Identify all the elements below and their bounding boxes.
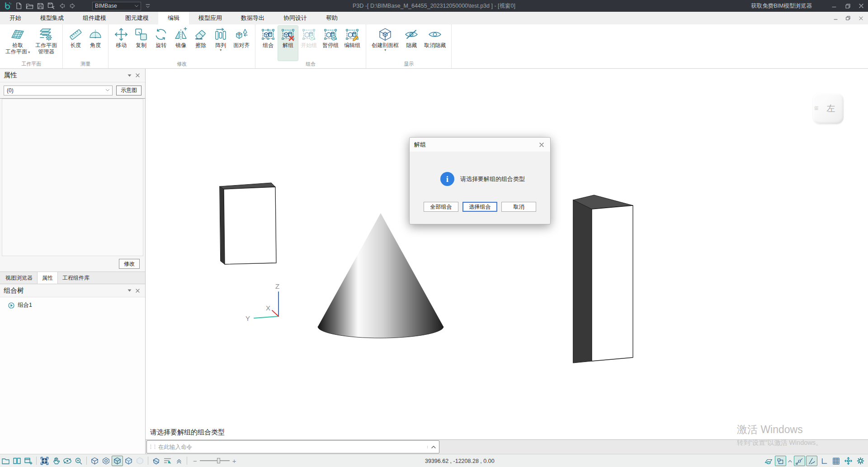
solid-mode-icon[interactable] xyxy=(134,456,146,466)
workplane-snap-icon[interactable] xyxy=(763,456,774,466)
menu-item-edit[interactable]: 编辑 xyxy=(158,12,189,24)
visual-styles-icon[interactable] xyxy=(162,456,173,466)
shape-thin-panel[interactable] xyxy=(220,183,276,264)
undo-icon[interactable] xyxy=(58,2,66,10)
status-message-row: 请选择要解组的组合类型 xyxy=(146,425,868,440)
panel-close-icon[interactable] xyxy=(133,71,142,80)
expand-node-icon[interactable] xyxy=(8,302,14,309)
menu-item-data-export[interactable]: 数据导出 xyxy=(231,12,274,24)
zoom-slider-handle[interactable] xyxy=(217,458,220,463)
child-restore-button[interactable] xyxy=(842,13,854,24)
copy-button[interactable]: 复制 xyxy=(131,26,151,61)
shape-tall-box[interactable] xyxy=(573,195,633,363)
open-file-icon[interactable] xyxy=(25,2,33,10)
zoom-icon[interactable] xyxy=(73,456,84,466)
tab-view-browser[interactable]: 视图浏览器 xyxy=(1,272,37,284)
close-button[interactable] xyxy=(854,0,868,12)
rotate-icon xyxy=(154,27,168,42)
tab-component-library[interactable]: 工程组件库 xyxy=(58,272,94,284)
command-expand-icon[interactable] xyxy=(427,446,439,448)
midpoint-snap-icon[interactable] xyxy=(794,456,805,466)
dialog-title-bar[interactable]: 解组 xyxy=(410,138,550,152)
promo-link[interactable]: 获取免费BIM模型浏览器 xyxy=(751,2,812,10)
restore-button[interactable] xyxy=(841,0,854,12)
save-as-icon[interactable] xyxy=(47,2,55,10)
edit-group-button[interactable]: 编辑组 xyxy=(341,26,363,61)
array-button[interactable]: 阵列 ▾ xyxy=(211,26,231,61)
zoom-slider[interactable]: − + xyxy=(193,457,236,465)
pause-group-button[interactable]: 暂停组 xyxy=(320,26,341,61)
zoom-in-icon[interactable]: + xyxy=(232,457,236,465)
wireframe-mode-icon[interactable] xyxy=(89,456,100,466)
bottom-toolbar: − + 39396.62 , -12208.28 , 0.00 xyxy=(0,454,868,467)
tab-properties[interactable]: 属性 xyxy=(37,272,58,284)
new-window-icon[interactable] xyxy=(23,456,34,466)
menu-item-start[interactable]: 开始 xyxy=(0,12,31,24)
hide-button[interactable]: 隐藏 xyxy=(401,26,421,61)
ungroup-button[interactable]: 解组 xyxy=(278,26,298,61)
length-button[interactable]: 长度 xyxy=(66,26,85,61)
menu-item-model-application[interactable]: 模型应用 xyxy=(189,12,231,24)
zoom-out-icon[interactable]: − xyxy=(193,457,197,465)
section-box-button[interactable]: 创建剖面框 ▾ xyxy=(369,26,401,61)
group-button[interactable]: 组合 xyxy=(258,26,278,61)
command-input[interactable] xyxy=(158,444,427,450)
grid-icon[interactable] xyxy=(830,456,842,466)
snap-options-chevron-icon[interactable] xyxy=(787,456,793,466)
unhide-button[interactable]: 取消隐藏 xyxy=(421,26,448,61)
child-minimize-button[interactable] xyxy=(829,13,842,24)
ortho-mode-icon[interactable] xyxy=(818,456,830,466)
diagram-button[interactable]: 示意图 xyxy=(116,86,142,95)
rotate-button[interactable]: 旋转 xyxy=(151,26,171,61)
collapse-toolbar-icon[interactable] xyxy=(173,456,184,466)
ungroup-select-button[interactable]: 选择组合 xyxy=(462,202,497,212)
model-viewport[interactable]: Z Y X xyxy=(146,69,868,425)
save-icon[interactable] xyxy=(36,2,44,10)
shaded-mode-icon[interactable] xyxy=(112,456,123,466)
move-gizmo-icon[interactable] xyxy=(843,456,854,466)
menu-item-component-modeling[interactable]: 组件建模 xyxy=(73,12,116,24)
object-snap-icon[interactable] xyxy=(775,456,786,466)
panel-close-icon[interactable] xyxy=(133,286,142,295)
object-selector[interactable]: (0) xyxy=(4,86,113,95)
pick-workplane-button[interactable]: 拾取 工作平面 ▾ xyxy=(3,26,33,61)
ungroup-all-button[interactable]: 全部组合 xyxy=(424,202,458,212)
workspace-selector[interactable]: BIMBase xyxy=(92,2,141,10)
erase-button[interactable]: 擦除 xyxy=(191,26,211,61)
tree-item-group1[interactable]: 组合1 xyxy=(0,297,145,309)
mirror-button[interactable]: 镜像 xyxy=(171,26,191,61)
view-cube[interactable]: 前 左 xyxy=(813,93,844,124)
new-file-icon[interactable] xyxy=(14,2,23,10)
tangent-snap-icon[interactable] xyxy=(806,456,817,466)
zoom-slider-track[interactable] xyxy=(200,460,230,461)
pan-icon[interactable] xyxy=(50,456,61,466)
face-align-button[interactable]: 面对齐 xyxy=(231,26,252,61)
child-close-button[interactable] xyxy=(854,13,867,24)
workplane-manager-button[interactable]: 工作平面 管理器 xyxy=(33,26,60,61)
clip-volume-icon[interactable] xyxy=(151,456,162,466)
menu-item-element-modeling[interactable]: 图元建模 xyxy=(116,12,158,24)
panel-collapse-icon[interactable] xyxy=(125,286,133,295)
angle-icon xyxy=(88,27,103,42)
zoom-extents-icon[interactable] xyxy=(39,456,50,466)
angle-button[interactable]: 角度 xyxy=(85,26,105,61)
redo-icon[interactable] xyxy=(69,2,77,10)
move-button[interactable]: 移动 xyxy=(111,26,131,61)
minimize-button[interactable] xyxy=(827,0,841,12)
drag-handle-icon[interactable]: ⋮⋮ xyxy=(147,444,158,450)
tile-windows-icon[interactable] xyxy=(11,456,23,466)
dialog-close-icon[interactable] xyxy=(538,141,546,149)
shaded-edges-mode-icon[interactable] xyxy=(123,456,134,466)
hidden-line-mode-icon[interactable] xyxy=(100,456,112,466)
shape-cone[interactable] xyxy=(318,213,443,338)
cancel-button[interactable]: 取消 xyxy=(501,202,536,212)
settings-gear-icon[interactable] xyxy=(855,456,866,466)
menu-item-model-integration[interactable]: 模型集成 xyxy=(31,12,73,24)
orbit-icon[interactable] xyxy=(61,456,73,466)
modify-button[interactable]: 修改 xyxy=(119,259,140,269)
menu-item-help[interactable]: 帮助 xyxy=(316,12,347,24)
toolbar-options-icon[interactable] xyxy=(144,2,152,10)
menu-item-collaborative-design[interactable]: 协同设计 xyxy=(274,12,316,24)
panel-collapse-icon[interactable] xyxy=(125,71,133,80)
new-view-window-icon[interactable] xyxy=(0,456,11,466)
